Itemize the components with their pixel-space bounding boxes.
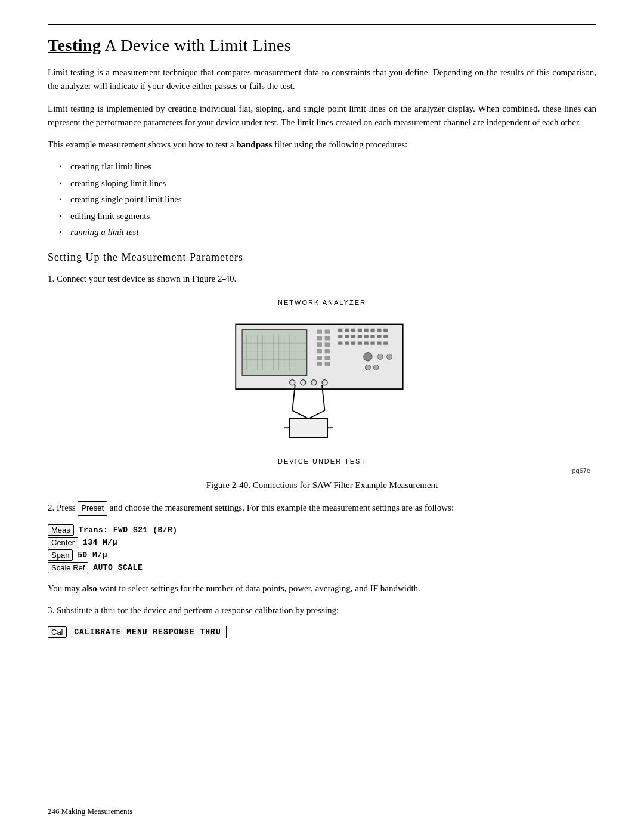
svg-line-61 — [292, 410, 308, 419]
svg-rect-42 — [383, 335, 388, 338]
svg-rect-25 — [325, 356, 330, 360]
diagram-label-top: NETWORK ANALYZER — [209, 299, 435, 306]
svg-rect-37 — [351, 335, 355, 338]
svg-rect-46 — [358, 341, 362, 344]
svg-rect-26 — [325, 362, 330, 366]
svg-rect-29 — [351, 329, 355, 332]
meas-cmd: Trans: FWD S21 (B/R) — [79, 526, 178, 535]
paragraph-1: Limit testing is a measurement technique… — [48, 66, 596, 94]
figure-container: NETWORK ANALYZER — [48, 299, 596, 474]
step2-end: and choose the measurement settings. For… — [107, 503, 454, 512]
figure-caption: Figure 2-40. Connections for SAW Filter … — [48, 480, 596, 490]
diagram-svg-wrapper — [209, 312, 435, 455]
svg-rect-36 — [345, 335, 349, 338]
svg-rect-19 — [317, 356, 322, 360]
step-2-note: You may also want to select settings for… — [48, 582, 596, 595]
svg-rect-24 — [325, 349, 330, 353]
cmd-line-1: Meas Trans: FWD S21 (B/R) — [48, 524, 596, 536]
svg-point-53 — [387, 354, 392, 359]
bullet-list: creating flat limit lines creating slopi… — [60, 160, 596, 239]
svg-rect-45 — [351, 341, 355, 344]
cal-cmd: CALIBRATE MENU RESPONSE THRU — [69, 626, 226, 638]
section-heading: Setting Up the Measurement Parameters — [48, 251, 596, 264]
svg-rect-44 — [345, 341, 349, 344]
svg-point-57 — [301, 380, 306, 385]
preset-key: Preset — [78, 501, 107, 515]
p3-end: filter using the following procedures: — [272, 140, 407, 149]
p3-bold: bandpass — [236, 140, 272, 149]
diagram-label-bottom: DEVICE UNDER TEST — [209, 458, 435, 465]
center-cmd: 134 M/μ — [83, 538, 117, 547]
cmd-block: Meas Trans: FWD S21 (B/R) Center 134 M/μ… — [48, 524, 596, 573]
step-3-intro: 3. Substitute a thru for the device and … — [48, 604, 596, 617]
span-cmd: 50 M/μ — [78, 551, 107, 560]
scaleref-cmd: AUTO SCALE — [93, 563, 143, 572]
page: Testing A Device with Limit Lines Limit … — [0, 0, 644, 834]
diagram-svg — [209, 312, 435, 455]
svg-rect-17 — [317, 342, 322, 347]
step2-start: 2. Press — [48, 503, 78, 512]
scaleref-key: Scale Ref — [48, 562, 88, 573]
step-2-intro: 2. Press Preset and choose the measureme… — [48, 501, 596, 516]
svg-rect-16 — [317, 336, 322, 340]
meas-key: Meas — [48, 524, 74, 536]
svg-rect-34 — [383, 329, 388, 332]
svg-rect-15 — [317, 330, 322, 334]
paragraph-3: This example measurement shows you how t… — [48, 138, 596, 152]
svg-rect-50 — [383, 341, 388, 344]
svg-rect-48 — [370, 341, 374, 344]
svg-point-56 — [290, 380, 295, 385]
cmd-line-4: Scale Ref AUTO SCALE — [48, 562, 596, 573]
network-analyzer-diagram: NETWORK ANALYZER — [209, 299, 435, 465]
svg-point-52 — [377, 354, 383, 359]
svg-point-54 — [365, 365, 370, 370]
center-key: Center — [48, 537, 78, 548]
span-key: Span — [48, 549, 73, 561]
title-underlined: Testing — [48, 36, 101, 54]
top-rule — [48, 24, 596, 25]
svg-rect-33 — [377, 329, 381, 332]
bullet-4: editing limit segments — [60, 209, 596, 223]
svg-point-55 — [373, 365, 379, 370]
bullet-1: creating flat limit lines — [60, 160, 596, 174]
svg-line-63 — [308, 410, 324, 419]
svg-rect-27 — [338, 329, 342, 332]
svg-rect-31 — [364, 329, 369, 332]
cmd-line-3: Span 50 M/μ — [48, 549, 596, 561]
svg-rect-20 — [317, 362, 322, 366]
note-end: want to select settings for the number o… — [97, 583, 420, 593]
page-title: Testing A Device with Limit Lines — [48, 36, 596, 55]
bullet-5: running a limit test — [60, 226, 596, 239]
bullet-2: creating sloping limit lines — [60, 177, 596, 190]
svg-rect-47 — [364, 341, 369, 344]
svg-rect-40 — [370, 335, 374, 338]
svg-rect-22 — [325, 336, 330, 340]
svg-rect-64 — [290, 419, 327, 438]
svg-point-59 — [322, 380, 327, 385]
note-start: You may — [48, 583, 82, 593]
svg-rect-49 — [377, 341, 381, 344]
svg-rect-32 — [370, 329, 374, 332]
cmd-line-2: Center 134 M/μ — [48, 537, 596, 548]
svg-rect-18 — [317, 349, 322, 353]
p3-start: This example measurement shows you how t… — [48, 140, 236, 149]
svg-rect-30 — [358, 329, 362, 332]
svg-point-58 — [311, 380, 317, 385]
cal-cmd-block: Cal CALIBRATE MENU RESPONSE THRU — [48, 626, 596, 638]
svg-rect-43 — [338, 341, 342, 344]
svg-rect-41 — [377, 335, 381, 338]
svg-rect-28 — [345, 329, 349, 332]
svg-rect-38 — [358, 335, 362, 338]
cal-key: Cal — [48, 626, 67, 638]
step-1: 1. Connect your test device as shown in … — [48, 272, 596, 286]
note-bold: also — [82, 583, 97, 593]
svg-rect-23 — [325, 342, 330, 347]
svg-rect-21 — [325, 330, 330, 334]
bullet-3: creating single point limit lines — [60, 193, 596, 206]
paragraph-2: Limit testing is implemented by creating… — [48, 102, 596, 130]
pg-ref: pg67e — [48, 467, 596, 474]
svg-rect-39 — [364, 335, 369, 338]
page-footer: 246 Making Measurements — [48, 807, 132, 816]
svg-point-51 — [364, 353, 372, 361]
svg-rect-35 — [338, 335, 342, 338]
